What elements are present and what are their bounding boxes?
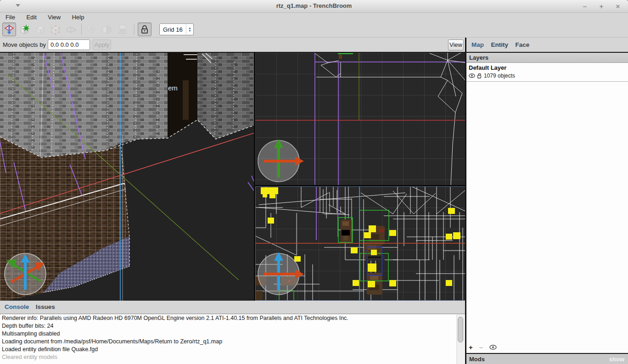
console-line: Loaded entity definition file Quake.fgd [0,346,465,353]
viewport-2d-top[interactable] [255,53,466,185]
layers-header: Layers [466,53,628,63]
tab-face[interactable]: Face [515,41,529,48]
console-line: Loading document from /media/psf/Home/Do… [0,338,465,346]
compass-3d [5,253,46,295]
menu-bar: File Edit View Help [0,13,628,21]
menu-file[interactable]: File [2,13,19,21]
viewport-3d-canvas: em [0,53,254,301]
flip-vertical-tool-button[interactable] [116,22,129,36]
trenchbroom-window: rtz_q1.map - TrenchBroom – + × File Edit… [0,0,628,364]
viewport-3d[interactable]: em [0,53,254,301]
layers-list: Default Layer 1079 objects + – [466,63,628,353]
add-layer-button[interactable]: + [469,343,473,351]
toolbar-separator [81,24,82,34]
window-title: rtz_q1.map - TrenchBroom [0,2,628,9]
console-tab-bar: Console Issues [0,301,465,314]
flip-horizontal-icon [101,24,112,35]
viewport-2d-bottom-canvas [255,186,466,301]
toolbar: Grid 16 ▲ ▼ [0,21,628,38]
grid-size-spinner[interactable]: ▲ ▼ [186,24,193,35]
menu-edit[interactable]: Edit [22,13,40,21]
layer-object-count: 1079 objects [484,73,515,79]
console-line: Multisampling disabled [0,330,465,338]
tab-issues[interactable]: Issues [36,303,55,310]
close-icon[interactable]: × [614,2,622,11]
move-objects-input[interactable] [48,39,90,50]
minimize-icon[interactable]: – [581,2,589,11]
layer-name: Default Layer [469,64,506,71]
tab-map[interactable]: Map [471,41,484,48]
create-brush-icon [19,24,30,35]
tab-entity[interactable]: Entity [491,41,508,48]
layer-unlock-icon[interactable] [477,73,482,78]
move-objects-tool-button[interactable] [2,22,16,36]
console-line: Depth buffer bits: 24 [0,322,465,330]
mods-section[interactable]: Mods show [466,353,628,364]
grid-size-value: Grid 16 [160,26,186,33]
apply-button[interactable]: Apply [93,39,111,50]
vertex-tool-icon [50,24,61,35]
console-line: Cleared entity models [0,353,465,361]
move-objects-icon [4,24,15,35]
clip-tool-icon [35,24,46,35]
viewport-2d-bottom[interactable] [255,186,466,301]
grid-size-control[interactable]: Grid 16 ▲ ▼ [159,23,194,35]
layer-visibility-icon[interactable] [469,73,475,78]
duplicate-icon [86,24,97,35]
duplicate-tool-button[interactable] [84,22,98,36]
toggle-layer-visibility-button[interactable] [489,345,497,350]
inspector-tab-bar: Map Entity Face [466,38,628,53]
move-objects-label: Move objects by [3,41,46,48]
viewport-2d-top-canvas [255,53,466,185]
toolbar-separator [134,24,135,34]
flip-vertical-icon [117,24,128,35]
spinner-down-icon[interactable]: ▼ [189,29,191,32]
move-objects-bar: Move objects by Apply View [0,38,466,53]
console-line: Renderer info: Parallels using AMD Radeo… [0,314,465,322]
layer-row-default[interactable]: Default Layer 1079 objects [466,63,628,82]
mods-header: Mods [469,356,485,363]
menu-view[interactable]: View [44,13,64,21]
texture-lock-button[interactable] [138,22,151,36]
rotate-tool-button[interactable] [64,22,78,36]
lock-icon [140,25,149,34]
view-button[interactable]: View [448,39,464,50]
mods-show-button[interactable]: show [609,356,624,363]
create-brush-tool-button[interactable] [18,22,32,36]
maximize-icon[interactable]: + [598,2,605,11]
rotate-tool-icon [65,24,77,35]
console-log[interactable]: Renderer info: Parallels using AMD Radeo… [0,314,465,364]
flip-horizontal-tool-button[interactable] [100,22,114,36]
tab-console[interactable]: Console [5,303,29,310]
remove-layer-button[interactable]: – [479,343,483,351]
wall-decal-text: em [168,84,178,92]
menu-help[interactable]: Help [68,13,88,21]
vertex-tool-button[interactable] [49,22,62,36]
clip-tool-button[interactable] [34,22,47,36]
console-scrollbar-thumb[interactable] [458,317,463,342]
title-bar[interactable]: rtz_q1.map - TrenchBroom – + × [0,0,628,13]
